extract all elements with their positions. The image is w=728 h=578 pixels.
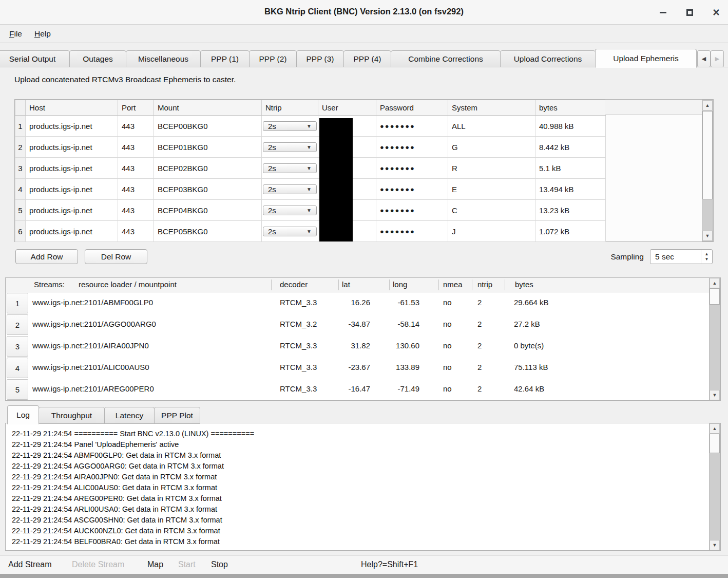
mount-cell[interactable]: BCEP05BKG0: [154, 221, 262, 242]
scrollbar-thumb[interactable]: [702, 111, 713, 199]
sampling-spinbox[interactable]: 5 sec ▲ ▼: [650, 249, 713, 264]
tab-scroll-left-button[interactable]: ◀: [697, 50, 711, 67]
host-cell[interactable]: products.igs-ip.net: [26, 116, 118, 137]
upload-table-scrollbar[interactable]: ▲ ▼: [702, 100, 713, 241]
scrollbar-thumb[interactable]: [710, 288, 720, 305]
system-cell[interactable]: C: [448, 200, 535, 221]
row-header[interactable]: 4: [15, 179, 26, 200]
tab-log[interactable]: Log: [7, 405, 39, 424]
row-header[interactable]: 5: [15, 200, 26, 221]
tab-throughput[interactable]: Throughput: [39, 407, 105, 424]
scroll-down-button[interactable]: ▼: [702, 231, 713, 241]
port-cell[interactable]: 443: [118, 179, 154, 200]
delete-stream-button[interactable]: Delete Stream: [72, 560, 124, 569]
mount-cell[interactable]: BCEP00BKG0: [154, 116, 262, 137]
mount-cell[interactable]: BCEP01BKG0: [154, 137, 262, 158]
col-header-nmea[interactable]: nmea: [443, 280, 463, 289]
stream-row[interactable]: 4 www.igs-ip.net:2101/ALIC00AUS0 RTCM_3.…: [6, 357, 709, 379]
tab-serial-output[interactable]: Serial Output: [0, 50, 70, 67]
system-cell[interactable]: ALL: [448, 116, 535, 137]
stream-row[interactable]: 2 www.igs-ip.net:2101/AGGO00ARG0 RTCM_3.…: [6, 314, 709, 335]
col-header-lat[interactable]: lat: [342, 280, 350, 289]
add-row-button[interactable]: Add Row: [15, 249, 78, 264]
ntrip-dropdown[interactable]: 2s▼: [263, 206, 317, 215]
col-header-bytes[interactable]: bytes: [515, 280, 533, 289]
ntrip-dropdown[interactable]: 2s▼: [263, 121, 317, 131]
bytes-cell[interactable]: 40.988 kB: [535, 116, 606, 137]
bytes-cell[interactable]: 13.23 kB: [535, 200, 606, 221]
minimize-button[interactable]: [655, 5, 670, 20]
del-row-button[interactable]: Del Row: [85, 249, 147, 264]
port-cell[interactable]: 443: [118, 200, 154, 221]
col-header-ntrip[interactable]: Ntrip: [262, 100, 318, 116]
row-header[interactable]: 2: [15, 137, 26, 158]
password-cell[interactable]: ●●●●●●●: [376, 137, 448, 158]
col-header-mount[interactable]: Mount: [154, 100, 262, 116]
col-header-password[interactable]: Password: [376, 100, 448, 116]
bytes-cell[interactable]: 1.072 kB: [535, 221, 606, 242]
row-header[interactable]: 3: [15, 158, 26, 179]
scrollbar-thumb[interactable]: [710, 434, 720, 453]
system-cell[interactable]: G: [448, 137, 535, 158]
mount-cell[interactable]: BCEP03BKG0: [154, 179, 262, 200]
row-header[interactable]: 1: [15, 116, 26, 137]
col-header-long[interactable]: long: [393, 280, 407, 289]
scroll-up-button[interactable]: ▲: [702, 100, 713, 110]
col-header-mountpoint[interactable]: resource loader / mountpoint: [79, 280, 177, 289]
col-header-host[interactable]: Host: [26, 100, 118, 116]
stream-row[interactable]: 1 www.igs-ip.net:2101/ABMF00GLP0 RTCM_3.…: [6, 292, 709, 314]
mount-cell[interactable]: BCEP02BKG0: [154, 158, 262, 179]
tab-latency[interactable]: Latency: [104, 407, 155, 424]
bytes-cell[interactable]: 5.1 kB: [535, 158, 606, 179]
tab-scroll-right-button[interactable]: ▶: [711, 50, 724, 67]
port-cell[interactable]: 443: [118, 221, 154, 242]
system-cell[interactable]: E: [448, 179, 535, 200]
tab-ppp-4[interactable]: PPP (4): [343, 50, 391, 67]
menu-help[interactable]: Help: [32, 28, 53, 40]
tab-outages[interactable]: Outages: [69, 50, 126, 67]
tab-ppp-1[interactable]: PPP (1): [200, 50, 250, 67]
stream-row[interactable]: 5 www.igs-ip.net:2101/AREG00PER0 RTCM_3.…: [6, 379, 709, 400]
ntrip-dropdown[interactable]: 2s▼: [263, 163, 317, 173]
row-header[interactable]: 1: [7, 293, 28, 313]
password-cell[interactable]: ●●●●●●●: [376, 200, 448, 221]
ntrip-dropdown[interactable]: 2s▼: [263, 142, 317, 152]
tab-upload-ephemeris[interactable]: Upload Ephemeris: [595, 49, 697, 68]
password-cell[interactable]: ●●●●●●●: [376, 179, 448, 200]
scroll-up-button[interactable]: ▲: [710, 278, 720, 288]
scroll-down-button[interactable]: ▼: [710, 390, 720, 400]
spin-down-icon[interactable]: ▼: [705, 257, 709, 262]
bytes-cell[interactable]: 13.494 kB: [535, 179, 606, 200]
scroll-down-button[interactable]: ▼: [710, 540, 720, 550]
stream-row[interactable]: 3 www.igs-ip.net:2101/AIRA00JPN0 RTCM_3.…: [6, 335, 709, 357]
password-cell[interactable]: ●●●●●●●: [376, 221, 448, 242]
host-cell[interactable]: products.igs-ip.net: [26, 137, 118, 158]
port-cell[interactable]: 443: [118, 137, 154, 158]
tab-combine-corrections[interactable]: Combine Corrections: [391, 50, 501, 67]
maximize-button[interactable]: [682, 5, 697, 20]
map-button[interactable]: Map: [147, 560, 163, 569]
stop-button[interactable]: Stop: [211, 560, 228, 569]
ntrip-dropdown[interactable]: 2s▼: [263, 184, 317, 194]
password-cell[interactable]: ●●●●●●●: [376, 116, 448, 137]
row-header[interactable]: 4: [7, 358, 28, 378]
row-header[interactable]: 5: [7, 379, 28, 400]
host-cell[interactable]: products.igs-ip.net: [26, 200, 118, 221]
password-cell[interactable]: ●●●●●●●: [376, 158, 448, 179]
tab-ppp-plot[interactable]: PPP Plot: [154, 407, 200, 424]
bytes-cell[interactable]: 8.442 kB: [535, 137, 606, 158]
menu-file[interactable]: File: [7, 28, 24, 40]
host-cell[interactable]: products.igs-ip.net: [26, 179, 118, 200]
tab-ppp-2[interactable]: PPP (2): [249, 50, 297, 67]
streams-scrollbar[interactable]: ▲ ▼: [709, 278, 720, 400]
mount-cell[interactable]: BCEP04BKG0: [154, 200, 262, 221]
row-header[interactable]: 3: [7, 336, 28, 357]
col-header-system[interactable]: System: [448, 100, 535, 116]
port-cell[interactable]: 443: [118, 116, 154, 137]
port-cell[interactable]: 443: [118, 158, 154, 179]
col-header-decoder[interactable]: decoder: [280, 280, 308, 289]
col-header-port[interactable]: Port: [118, 100, 154, 116]
log-scrollbar[interactable]: ▲ ▼: [709, 423, 720, 550]
host-cell[interactable]: products.igs-ip.net: [26, 158, 118, 179]
row-header[interactable]: 2: [7, 314, 28, 335]
